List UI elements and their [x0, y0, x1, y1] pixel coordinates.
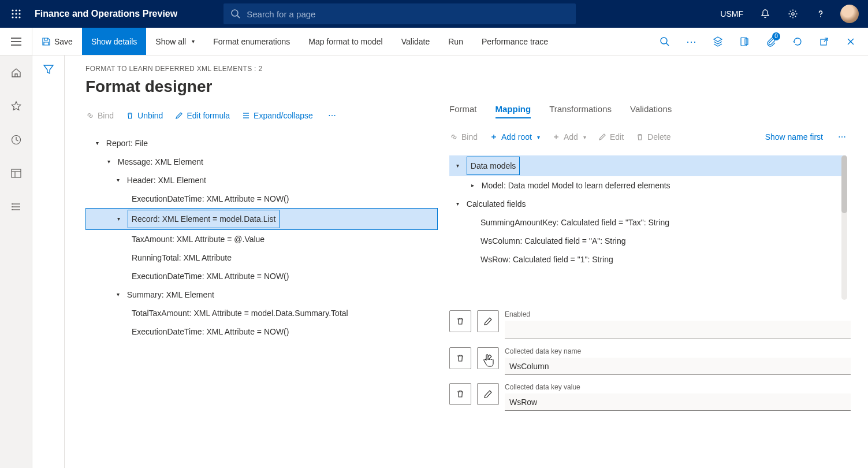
modules-icon[interactable] [5, 196, 28, 217]
tree-item[interactable]: ExecutionDateTime: XML Attribute = NOW() [85, 322, 438, 341]
chevron-down-icon[interactable]: ▾ [114, 213, 123, 225]
key-value-input[interactable] [505, 393, 851, 411]
attachments-badge: 0 [772, 32, 780, 40]
search-input[interactable] [247, 9, 569, 19]
format-tree-panel: Bind Unbind Edit formula [85, 105, 444, 468]
pencil-icon [174, 111, 184, 120]
chevron-down-icon[interactable]: ▾ [113, 289, 122, 300]
recent-icon[interactable] [5, 129, 28, 150]
edit-key-value-button[interactable] [477, 383, 499, 405]
chevron-down-icon: ▾ [583, 134, 586, 140]
validate-button[interactable]: Validate [392, 28, 439, 55]
office-icon[interactable] [733, 28, 756, 55]
tree-item[interactable]: ▾ Summary: XML Element [85, 285, 438, 304]
mapping-tabs: Format Mapping Transformations Validatio… [449, 104, 851, 118]
d365-icon[interactable] [706, 28, 729, 55]
actionbar-more-icon[interactable]: ⋯ [680, 28, 703, 55]
clear-key-value-button[interactable] [449, 383, 471, 405]
mapping-panel: Format Mapping Transformations Validatio… [444, 105, 868, 468]
tree-item-selected[interactable]: ▾ Data models [449, 155, 846, 176]
tree-item-selected[interactable]: ▾ Record: XML Element = model.Data.List [85, 208, 438, 230]
tab-transformations[interactable]: Transformations [549, 104, 612, 118]
map-format-to-model-button[interactable]: Map format to model [299, 28, 392, 55]
performance-trace-button[interactable]: Performance trace [472, 28, 557, 55]
actionbar-search-icon[interactable] [653, 28, 676, 55]
tab-validations[interactable]: Validations [630, 104, 672, 118]
mapping-toolbar-more-icon[interactable]: ⋯ [835, 132, 851, 142]
workspaces-icon[interactable] [5, 163, 28, 184]
help-icon[interactable] [808, 0, 833, 28]
expand-collapse-button[interactable]: Expand/collapse [241, 111, 313, 120]
tree-item[interactable]: ▸ Model: Data model Model to learn defer… [449, 176, 846, 195]
tab-format[interactable]: Format [449, 104, 477, 118]
svg-point-1 [15, 9, 17, 11]
clear-key-name-button[interactable] [449, 347, 471, 369]
popout-icon[interactable] [813, 28, 836, 55]
tree-item[interactable]: RunningTotal: XML Attribute [85, 248, 438, 267]
app-launcher-icon[interactable] [5, 0, 28, 28]
chevron-down-icon: ▾ [192, 38, 195, 44]
save-button[interactable]: Save [32, 28, 82, 55]
tree-item[interactable]: SummingAmountKey: Calculated field = "Ta… [449, 213, 846, 232]
nav-hamburger-icon[interactable] [0, 28, 32, 55]
tree-item[interactable]: ExecutionDateTime: XML Attribute = NOW() [85, 267, 438, 285]
tree-item[interactable]: ▾ Calculated fields [449, 195, 846, 213]
key-value-label: Collected data key value [505, 383, 851, 391]
favorites-icon[interactable] [5, 96, 28, 117]
edit-enabled-button[interactable] [477, 310, 499, 332]
tree-item[interactable]: WsColumn: Calculated field = "A": String [449, 232, 846, 250]
search-box[interactable] [223, 3, 576, 24]
tree-item[interactable]: ▾ Report: File [85, 134, 438, 153]
key-name-input[interactable] [505, 358, 851, 375]
user-avatar[interactable] [840, 5, 859, 23]
link-icon [85, 111, 95, 120]
tree-item[interactable]: ▾ Header: XML Element [85, 171, 438, 190]
attachments-icon[interactable]: 0 [759, 28, 783, 55]
chevron-down-icon[interactable]: ▾ [113, 174, 122, 186]
chevron-down-icon[interactable]: ▾ [453, 198, 462, 210]
tree-item[interactable]: ExecutionDateTime: XML Attribute = NOW() [85, 190, 438, 208]
run-button[interactable]: Run [439, 28, 472, 55]
edit-formula-button[interactable]: Edit formula [174, 111, 230, 120]
clear-enabled-button[interactable] [449, 310, 471, 332]
tab-mapping[interactable]: Mapping [496, 104, 531, 118]
link-icon [449, 132, 459, 142]
tree-item[interactable]: ▾ Message: XML Element [85, 153, 438, 171]
edit-button[interactable]: Edit [598, 132, 624, 142]
key-name-label: Collected data key name [505, 347, 851, 355]
add-root-button[interactable]: ＋ Add root▾ [489, 132, 540, 142]
refresh-icon[interactable] [786, 28, 809, 55]
pencil-icon [483, 317, 493, 326]
settings-icon[interactable] [780, 0, 806, 28]
show-all-button[interactable]: Show all▾ [146, 28, 204, 55]
add-button[interactable]: ＋ Add▾ [552, 132, 586, 142]
mapping-bind-button[interactable]: Bind [449, 132, 478, 142]
page-title: Format designer [85, 77, 868, 96]
unbind-button[interactable]: Unbind [125, 111, 163, 120]
notifications-icon[interactable] [752, 0, 778, 28]
chevron-down-icon[interactable]: ▾ [104, 156, 113, 168]
svg-point-9 [232, 10, 238, 16]
format-toolbar-more-icon[interactable]: ⋯ [325, 111, 341, 120]
edit-key-name-button[interactable] [477, 347, 499, 369]
svg-rect-23 [12, 169, 21, 177]
chevron-right-icon[interactable]: ▸ [468, 180, 477, 191]
delete-button[interactable]: Delete [635, 132, 670, 142]
home-icon[interactable] [5, 62, 28, 83]
tree-item[interactable]: WsRow: Calculated field = "1": String [449, 250, 846, 269]
pencil-icon [483, 389, 493, 399]
chevron-down-icon[interactable]: ▾ [453, 160, 462, 172]
svg-point-31 [12, 209, 13, 210]
close-icon[interactable] [839, 28, 862, 55]
company-code[interactable]: USMF [713, 9, 750, 18]
enabled-input[interactable] [505, 321, 851, 339]
filter-icon[interactable] [43, 64, 54, 468]
show-details-button[interactable]: Show details [82, 28, 146, 55]
tree-item[interactable]: TaxAmount: XML Attribute = @.Value [85, 230, 438, 248]
tree-item[interactable]: TotalTaxAmount: XML Attribute = model.Da… [85, 304, 438, 322]
chevron-down-icon[interactable]: ▾ [92, 138, 102, 149]
bind-button[interactable]: Bind [85, 111, 114, 120]
scrollbar[interactable] [841, 155, 847, 300]
show-name-first-button[interactable]: Show name first [765, 132, 823, 142]
format-enumerations-button[interactable]: Format enumerations [204, 28, 299, 55]
